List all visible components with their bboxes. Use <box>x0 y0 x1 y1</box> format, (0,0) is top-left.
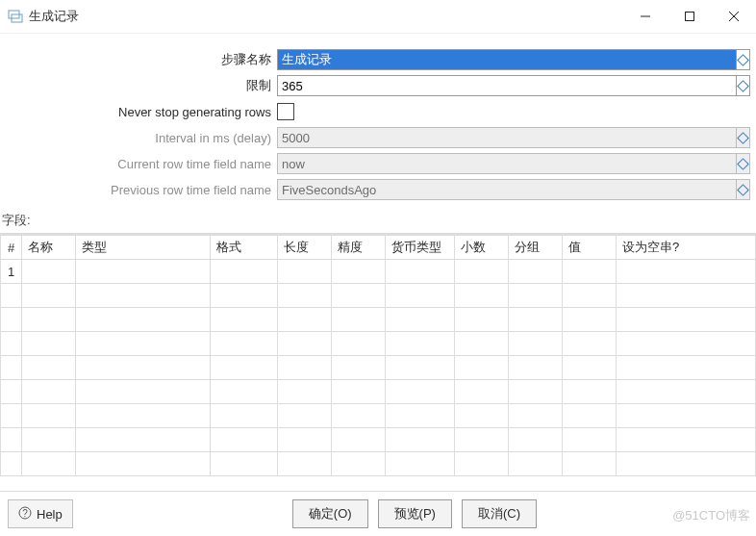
variable-picker-icon <box>737 179 750 200</box>
previous-row-time-input <box>277 179 737 200</box>
svg-rect-3 <box>686 13 694 21</box>
help-label: Help <box>37 507 63 522</box>
close-button[interactable] <box>712 0 756 33</box>
table-row[interactable]: 1 <box>1 260 756 284</box>
step-name-input[interactable] <box>277 49 737 70</box>
limit-input[interactable] <box>277 75 737 96</box>
variable-picker-icon <box>737 127 750 148</box>
title-bar: 生成记录 <box>0 0 756 34</box>
col-type[interactable]: 类型 <box>76 236 211 260</box>
variable-picker-icon[interactable] <box>737 49 750 70</box>
cancel-button[interactable]: 取消(C) <box>462 499 537 528</box>
fields-grid[interactable]: # 名称 类型 格式 长度 精度 货币类型 小数 分组 值 设为空串? 1 <box>0 234 756 491</box>
current-row-time-label: Current row time field name <box>6 157 277 171</box>
col-length[interactable]: 长度 <box>278 236 332 260</box>
col-value[interactable]: 值 <box>563 236 617 260</box>
variable-picker-icon <box>737 153 750 174</box>
help-button[interactable]: ? Help <box>8 499 73 528</box>
interval-input <box>277 127 737 148</box>
col-name[interactable]: 名称 <box>22 236 76 260</box>
maximize-button[interactable] <box>668 0 712 33</box>
interval-label: Interval in ms (delay) <box>6 131 277 145</box>
ok-button[interactable]: 确定(O) <box>292 499 368 528</box>
col-decimal[interactable]: 小数 <box>455 236 509 260</box>
col-currency[interactable]: 货币类型 <box>386 236 455 260</box>
step-name-label: 步骤名称 <box>6 51 277 68</box>
preview-button[interactable]: 预览(P) <box>378 499 452 528</box>
col-precision[interactable]: 精度 <box>332 236 386 260</box>
app-icon <box>8 9 23 24</box>
table-row[interactable] <box>1 356 756 380</box>
variable-picker-icon[interactable] <box>737 75 750 96</box>
col-format[interactable]: 格式 <box>211 236 278 260</box>
help-icon: ? <box>18 506 32 523</box>
table-row[interactable] <box>1 452 756 476</box>
table-row[interactable] <box>1 428 756 452</box>
svg-text:?: ? <box>22 508 28 519</box>
never-stop-label: Never stop generating rows <box>6 105 277 119</box>
previous-row-time-label: Previous row time field name <box>6 183 277 197</box>
table-row[interactable] <box>1 308 756 332</box>
table-header-row: # 名称 类型 格式 长度 精度 货币类型 小数 分组 值 设为空串? <box>1 236 756 260</box>
current-row-time-input <box>277 153 737 174</box>
window-title: 生成记录 <box>29 8 79 25</box>
table-row[interactable] <box>1 332 756 356</box>
never-stop-checkbox[interactable] <box>277 103 294 120</box>
fields-section-label: 字段: <box>0 208 756 234</box>
col-group[interactable]: 分组 <box>509 236 563 260</box>
col-index[interactable]: # <box>1 236 22 260</box>
row-index: 1 <box>1 260 22 284</box>
limit-label: 限制 <box>6 77 277 94</box>
table-row[interactable] <box>1 404 756 428</box>
table-row[interactable] <box>1 380 756 404</box>
col-setempty[interactable]: 设为空串? <box>617 236 756 260</box>
minimize-button[interactable] <box>623 0 668 33</box>
table-row[interactable] <box>1 284 756 308</box>
